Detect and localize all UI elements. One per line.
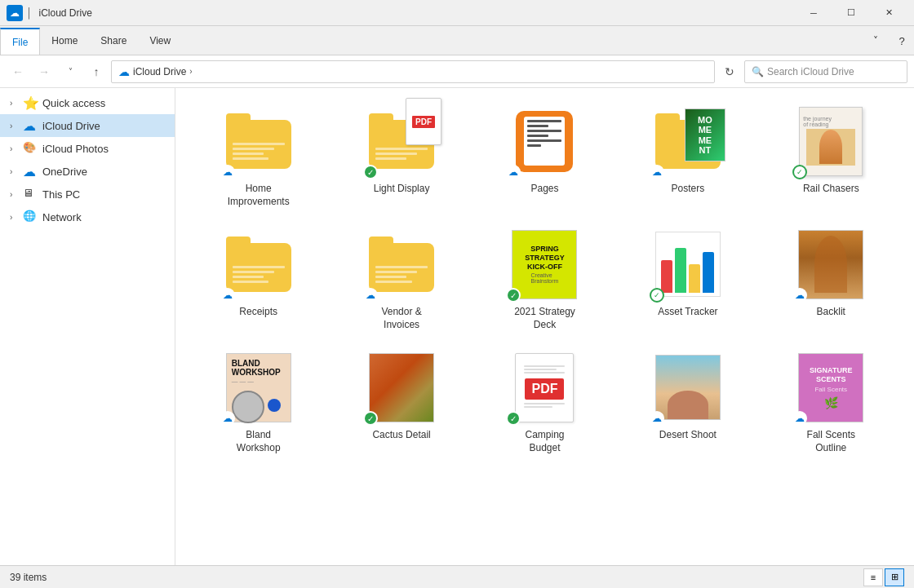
rail-person-shape (819, 130, 842, 164)
sidebar-label-icloud-photos: iCloud Photos (42, 143, 109, 155)
file-item-rail-chasers[interactable]: the journeyof reading ✓ Rail Chasers (761, 98, 901, 214)
sidebar-item-icloud-photos[interactable]: › 🎨 iCloud Photos (0, 137, 175, 160)
rail-doc-icon: the journeyof reading (799, 107, 863, 176)
file-grid: ☁ HomeImprovements (189, 98, 901, 462)
expand-arrow-icloud: › (10, 122, 21, 130)
path-chevron: › (189, 67, 192, 76)
strategy-sub: CreativeBrainstorm (531, 272, 559, 284)
sidebar-label-network: Network (42, 211, 82, 223)
file-thumb-cactus: ✓ (365, 351, 438, 424)
file-label-receipts: Receipts (239, 306, 277, 319)
sidebar-item-icloud-drive[interactable]: › ☁ iCloud Drive (0, 114, 175, 137)
file-item-light-display[interactable]: PDF ✓ Light Display (331, 98, 471, 214)
file-item-backlit[interactable]: ☁ Backlit (761, 221, 901, 338)
icloud-drive-icon: ☁ (23, 118, 38, 133)
status-icon-desert: ☁ (650, 411, 664, 426)
recent-locations-button[interactable]: ˅ (59, 60, 82, 83)
status-icon-strategy: ✓ (506, 288, 521, 303)
file-thumb-strategy: SPRINGSTRATEGYKICK-OFF CreativeBrainstor… (508, 228, 581, 301)
tab-share[interactable]: Share (89, 26, 138, 55)
address-path[interactable]: ☁ iCloud Drive › (111, 60, 715, 83)
file-thumb-desert: ☁ (651, 351, 725, 424)
search-placeholder: Search iCloud Drive (767, 66, 854, 77)
file-item-asset-tracker[interactable]: ✓ Asset Tracker (618, 221, 757, 338)
sidebar-label-onedrive: OneDrive (42, 166, 87, 178)
status-icon-asset: ✓ (650, 288, 664, 303)
network-icon: 🌐 (23, 210, 38, 224)
status-icon-light: ✓ (363, 165, 378, 179)
file-item-pages[interactable]: ☁ Pages (475, 98, 615, 214)
file-thumb-fall-scents: SIGNATURESCENTS Fall Scents 🌿 ☁ (794, 351, 867, 424)
sidebar-item-network[interactable]: › 🌐 Network (0, 206, 175, 228)
fall-scents-sub: Fall Scents (814, 386, 847, 393)
tab-home[interactable]: Home (40, 26, 89, 55)
path-label: iCloud Drive (133, 66, 186, 77)
file-label-desert-shoot: Desert Shoot (659, 429, 717, 442)
minimize-button[interactable]: ─ (795, 0, 832, 26)
sidebar-label-quick-access: Quick access (42, 97, 105, 109)
file-item-cactus-detail[interactable]: ✓ Cactus Detail (331, 344, 471, 461)
forward-button[interactable]: → (33, 60, 55, 83)
maximize-button[interactable]: ☐ (832, 0, 870, 26)
sidebar-item-this-pc[interactable]: › 🖥 This PC (0, 183, 175, 206)
file-thumb-posters: MOMEMENT ☁ (651, 104, 725, 178)
search-box[interactable]: 🔍 Search iCloud Drive (744, 60, 907, 83)
file-item-strategy-deck[interactable]: SPRINGSTRATEGYKICK-OFF CreativeBrainstor… (475, 221, 615, 338)
expand-arrow-thispc: › (10, 190, 21, 199)
rail-top-text: the journeyof reading (803, 116, 859, 127)
tab-file[interactable]: File (0, 28, 40, 55)
fall-scents-icon: SIGNATURESCENTS Fall Scents 🌿 (798, 353, 863, 422)
file-label-fall-scents: Fall ScentsOutline (807, 429, 855, 454)
expand-arrow-network: › (10, 213, 21, 222)
pages-icon-wrap (516, 111, 573, 172)
camping-doc-lines (524, 365, 565, 375)
expand-arrow-onedrive: › (10, 167, 21, 176)
file-item-vendor-invoices[interactable]: ☁ Vendor &Invoices (331, 221, 471, 338)
tab-view[interactable]: View (138, 26, 182, 55)
sidebar-item-quick-access[interactable]: › ⭐ Quick access (0, 91, 175, 114)
file-label-rail-chasers: Rail Chasers (803, 183, 859, 196)
file-item-posters[interactable]: MOMEMENT ☁ Posters (618, 98, 757, 214)
chart-bar-1 (661, 260, 672, 293)
file-item-fall-scents[interactable]: SIGNATURESCENTS Fall Scents 🌿 ☁ Fall Sce… (761, 344, 901, 461)
file-label-light-display: Light Display (374, 183, 430, 196)
help-button[interactable]: ? (890, 26, 914, 55)
cactus-photo-icon (369, 353, 434, 422)
file-item-bland-workshop[interactable]: BLANDWORKSHOP –– –– –– ☁ BlandWorkshop (189, 344, 328, 461)
backlit-photo-icon (798, 230, 863, 299)
pages-app-icon (516, 111, 573, 172)
up-button[interactable]: ↑ (85, 60, 108, 83)
chart-bar-2 (675, 248, 686, 293)
app-icon: ☁ (7, 5, 23, 21)
camping-pdf-label: PDF (525, 378, 564, 400)
pdf-overlay-light: PDF (406, 98, 441, 145)
expand-arrow-quick-access: › (10, 99, 21, 108)
close-button[interactable]: ✕ (870, 0, 907, 26)
view-list-button[interactable]: ≡ (863, 568, 883, 586)
status-icon-backlit: ☁ (792, 288, 807, 303)
file-item-desert-shoot[interactable]: ☁ Desert Shoot (618, 344, 757, 461)
ribbon-expand[interactable]: ˅ (862, 26, 890, 55)
file-thumb-pages: ☁ (508, 104, 581, 178)
status-icon-home: ☁ (220, 165, 235, 179)
file-label-vendor-invoices: Vendor &Invoices (381, 306, 421, 331)
sidebar-item-onedrive[interactable]: › ☁ OneDrive (0, 160, 175, 183)
file-item-home-improvements[interactable]: ☁ HomeImprovements (189, 98, 328, 214)
onedrive-icon: ☁ (23, 164, 38, 179)
folder-icon-home (226, 113, 291, 169)
bland-doc-icon: BLANDWORKSHOP –– –– –– (226, 353, 291, 422)
file-item-camping-budget[interactable]: PDF ✓ CampingBudget (475, 344, 615, 461)
refresh-button[interactable]: ↻ (718, 60, 741, 83)
back-button[interactable]: ← (7, 60, 29, 83)
file-thumb-backlit: ☁ (794, 228, 867, 301)
status-icon-cactus: ✓ (363, 411, 378, 426)
view-grid-button[interactable]: ⊞ (885, 568, 904, 586)
status-icon-receipts: ☁ (220, 288, 235, 303)
expand-arrow-photos: › (10, 144, 21, 153)
backlit-silhouette (814, 236, 847, 293)
file-label-cactus-detail: Cactus Detail (372, 429, 430, 442)
file-item-receipts[interactable]: ☁ Receipts (189, 221, 328, 338)
status-icon-rail: ✓ (792, 165, 807, 179)
bland-subtitle: –– –– –– (232, 378, 254, 384)
file-thumb-vendor: ☁ (365, 228, 438, 301)
